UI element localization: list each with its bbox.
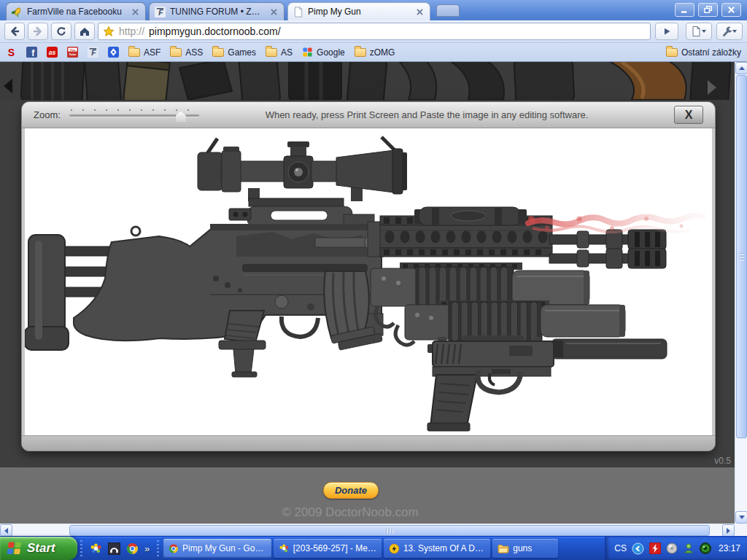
corn-favicon: [12, 7, 23, 18]
windows-flag-icon: [7, 541, 23, 556]
new-tab-button[interactable]: [436, 4, 460, 17]
task-pimp-my-gun[interactable]: Pimp My Gun - Googl...: [163, 539, 271, 558]
trigger-guard: [282, 316, 318, 337]
wrench-icon: [721, 26, 738, 37]
bookmark-folder-ass[interactable]: ASS: [170, 47, 203, 58]
bookmark-folder-as[interactable]: AS: [266, 47, 293, 58]
palette-left-arrow[interactable]: [3, 78, 13, 94]
tools-menu-button[interactable]: [716, 23, 743, 40]
start-button[interactable]: Start: [0, 537, 77, 560]
chrome-quicklaunch-icon[interactable]: [126, 542, 139, 555]
bookmark-youtube[interactable]: You Tube: [67, 47, 78, 58]
vertical-scrollbar[interactable]: [735, 62, 747, 524]
vertical-scroll-thumb[interactable]: [736, 75, 747, 438]
slider-thumb[interactable]: [176, 112, 186, 122]
svg-text:Tube: Tube: [69, 52, 77, 56]
folder-icon: [212, 48, 224, 57]
task-winamp[interactable]: 13. System Of A Do...: [384, 539, 490, 558]
taskbar: Start »: [0, 536, 747, 560]
bookmark-seznam[interactable]: S: [6, 47, 17, 58]
tab-tuning-forum[interactable]: F TUNING FORUM • Zobrazit ...: [149, 2, 285, 20]
zoom-label: Zoom:: [34, 109, 61, 120]
copyright-text: © 2009 DoctorNoob.com: [0, 505, 700, 520]
bookmark-blue-app[interactable]: [108, 47, 119, 58]
bookmark-folder-games[interactable]: Games: [212, 47, 256, 58]
tab-title: TUNING FORUM • Zobrazit ...: [170, 7, 264, 17]
headphones-icon[interactable]: [108, 542, 120, 555]
gun-canvas[interactable]: [25, 128, 712, 435]
scroll-left-button[interactable]: [0, 524, 12, 537]
gun-parts-palette[interactable]: [0, 62, 735, 100]
svg-text:F: F: [158, 9, 163, 17]
home-button[interactable]: [74, 23, 95, 40]
icq-status-tray-icon[interactable]: [683, 542, 694, 554]
tab-close-icon[interactable]: [414, 7, 425, 17]
scroll-right-button[interactable]: [722, 524, 735, 537]
system-tray: CS 23:1: [605, 537, 747, 560]
restore-button[interactable]: [698, 3, 718, 17]
hide-icons-icon[interactable]: [632, 542, 644, 555]
browser-toolbar: http://pimpmygun.doctornoob.com/: [0, 20, 747, 43]
green-eye-tray-icon[interactable]: [700, 542, 711, 554]
dialog-close-button[interactable]: X: [674, 106, 703, 124]
seznam-icon: S: [6, 47, 17, 58]
tab-pimp-my-gun[interactable]: Pimp My Gun: [287, 2, 430, 20]
scroll-down-button[interactable]: [735, 511, 747, 524]
task-guns-folder[interactable]: guns: [492, 539, 558, 558]
tab-farmville[interactable]: FarmVille na Facebooku: [6, 2, 146, 20]
tab-close-icon[interactable]: [268, 7, 279, 17]
icq-icon: [279, 543, 290, 554]
taskbar-clock[interactable]: 23:17: [719, 543, 740, 553]
bookmark-google[interactable]: Google: [302, 47, 345, 58]
dialog-header: Zoom: When ready, press Print Screen and…: [22, 102, 715, 128]
gun-scope: [198, 141, 407, 201]
horizontal-scroll-thumb[interactable]: [69, 525, 710, 536]
zoom-slider[interactable]: [69, 107, 199, 123]
quick-launch: »: [85, 537, 154, 560]
bookmark-folder-zomg[interactable]: zOMG: [355, 47, 395, 58]
bookmark-lastfm[interactable]: as: [47, 47, 58, 58]
url-protocol: http://: [119, 26, 144, 37]
gray-orb-tray-icon[interactable]: [666, 542, 678, 554]
task-label: guns: [513, 543, 532, 553]
other-bookmarks[interactable]: Ostatní záložky: [666, 47, 741, 58]
bookmark-tuning-forum[interactable]: F: [88, 47, 98, 58]
bookmark-facebook[interactable]: f: [26, 47, 37, 58]
donate-button[interactable]: Donate: [323, 482, 379, 499]
page-menu-button[interactable]: [686, 23, 712, 40]
scroll-up-button[interactable]: [735, 62, 747, 74]
taskbar-divider[interactable]: [157, 540, 159, 556]
reload-button[interactable]: [51, 23, 71, 40]
address-bar[interactable]: http://pimpmygun.doctornoob.com/: [98, 23, 651, 40]
carry-handle: [229, 198, 374, 226]
minimize-button[interactable]: [675, 3, 694, 17]
close-button[interactable]: [721, 3, 741, 17]
bookmark-star-icon[interactable]: [103, 26, 115, 37]
language-indicator[interactable]: CS: [614, 543, 627, 553]
folder-icon: [666, 48, 678, 57]
url-text: pimpmygun.doctornoob.com/: [149, 26, 281, 37]
palette-right-arrow[interactable]: [707, 79, 717, 96]
forward-button[interactable]: [28, 23, 48, 40]
lastfm-icon: as: [47, 47, 58, 58]
forum-favicon: F: [155, 7, 166, 18]
page-content: Donate © 2009 DoctorNoob.com v0.5 Zoom: …: [0, 62, 747, 536]
top-sight: [414, 207, 527, 225]
bookmark-label: ASS: [185, 47, 203, 58]
icq-quicklaunch-icon[interactable]: [90, 542, 102, 555]
tab-strip: FarmVille na Facebooku F TUNING FORUM • …: [0, 0, 747, 20]
google-icon: [302, 47, 313, 58]
instruction-text: When ready, press Print Screen and Paste…: [212, 109, 642, 120]
taskbar-divider[interactable]: [80, 540, 82, 556]
quicklaunch-overflow-chevron[interactable]: »: [144, 543, 150, 554]
window-controls: [675, 3, 741, 17]
horizontal-scrollbar[interactable]: [0, 524, 735, 536]
plus-icon: [444, 7, 452, 15]
tab-close-icon[interactable]: [130, 7, 140, 17]
task-messenger[interactable]: [203-569-257] - Mes...: [274, 539, 382, 558]
red-app-tray-icon[interactable]: [649, 542, 661, 554]
reload-icon: [55, 26, 67, 37]
go-button[interactable]: [655, 23, 678, 40]
bookmark-folder-asf[interactable]: ASF: [128, 47, 160, 58]
back-button[interactable]: [4, 23, 25, 40]
